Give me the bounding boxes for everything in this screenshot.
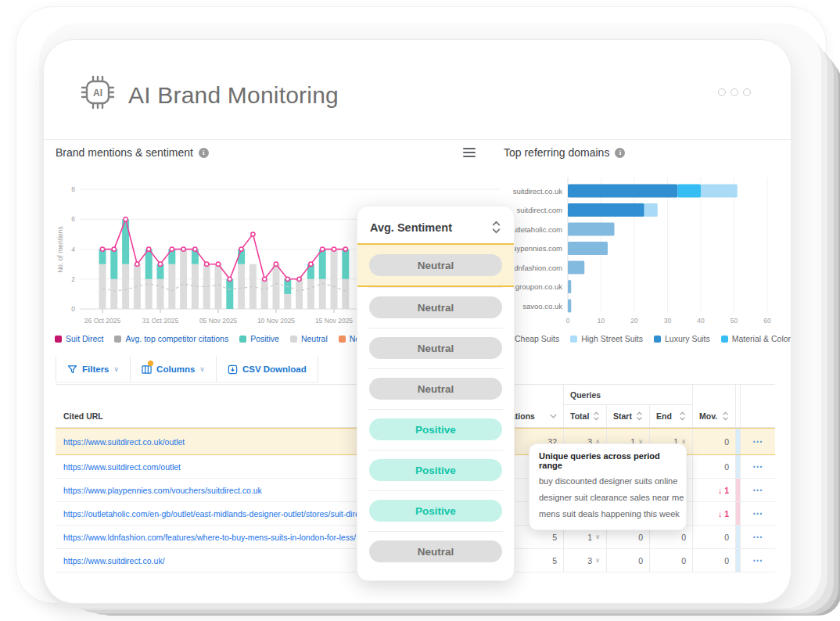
svg-text:0: 0	[566, 317, 570, 325]
page-title: AI Brand Monitoring	[128, 82, 339, 109]
hamburger-menu-icon[interactable]	[463, 148, 476, 157]
svg-text:2: 2	[71, 275, 75, 283]
mov-cell: 0	[693, 455, 736, 478]
legend-item[interactable]: Luxury Suits	[654, 334, 710, 343]
svg-text:8: 8	[71, 185, 75, 193]
svg-text:6: 6	[71, 215, 75, 223]
columns-button[interactable]: Columns∨	[131, 357, 217, 382]
column-header-end[interactable]: End	[650, 405, 693, 427]
svg-text:10: 10	[598, 317, 605, 325]
cited-url-link[interactable]: https://outletaholic.com/en-gb/outlet/ea…	[63, 509, 389, 519]
domains-chart[interactable]: 0102030405060suitdirect.co.uksuitdirect.…	[501, 171, 791, 332]
tooltip-title: Unique queries across period range	[539, 451, 677, 470]
cited-url-link[interactable]: https://www.ldnfashion.com/features/wher…	[63, 533, 356, 542]
legend-item[interactable]: High Street Suits	[570, 334, 643, 343]
sentiment-pill: Neutral	[369, 540, 502, 562]
sentiment-pill: Neutral	[369, 378, 502, 400]
queries-tooltip: Unique queries across period range buy d…	[529, 443, 687, 530]
info-icon[interactable]: i	[615, 148, 625, 158]
tooltip-query: designer suit clearance sales near me	[539, 490, 677, 506]
main-card: AI AI Brand Monitoring Brand mentions & …	[43, 39, 792, 604]
row-actions-button[interactable]: ⋯	[741, 455, 775, 478]
sentiment-row[interactable]: Neutral	[357, 531, 514, 572]
sentiment-pill: Positive	[369, 418, 502, 440]
overflow-menu-dots[interactable]	[718, 88, 751, 96]
svg-text:26 Oct 2025: 26 Oct 2025	[84, 317, 121, 325]
sentiment-pill: Positive	[369, 500, 502, 522]
column-header-mov[interactable]: Mov.	[693, 405, 736, 427]
header-divider	[44, 139, 791, 140]
queries-group-header: Queries	[564, 385, 693, 405]
filters-button[interactable]: Filters∨	[56, 357, 131, 382]
legend-item[interactable]: Suit Direct	[55, 334, 103, 343]
mov-cell: 0	[693, 429, 736, 454]
row-actions-button[interactable]: ⋯	[741, 479, 775, 501]
unfold-sort-icon[interactable]	[491, 221, 501, 234]
cited-url-link[interactable]: https://www.playpennies.com/vouchers/sui…	[63, 486, 262, 495]
start-cell[interactable]: 0	[607, 549, 650, 572]
info-icon[interactable]: i	[199, 148, 209, 158]
sentiment-row[interactable]: Neutral	[357, 243, 514, 287]
svg-text:groupon.co.uk: groupon.co.uk	[515, 282, 562, 291]
chevron-down-icon: ∨	[199, 365, 205, 373]
row-actions-button[interactable]: ⋯	[741, 526, 775, 548]
end-cell[interactable]: 0	[650, 549, 693, 572]
legend-item[interactable]: Positive	[239, 334, 279, 343]
sentiment-row[interactable]: Neutral	[357, 328, 514, 368]
svg-text:30: 30	[664, 317, 672, 325]
avg-sentiment-column-popup[interactable]: Avg. Sentiment Neutral Neutral Neutral N…	[357, 206, 515, 581]
column-header-start[interactable]: Start	[607, 405, 650, 427]
svg-text:40: 40	[697, 317, 705, 325]
popup-title: Avg. Sentiment	[370, 221, 452, 234]
sentiment-pill: Positive	[369, 459, 502, 481]
sort-chevron-icon	[550, 414, 557, 418]
svg-text:ldnfashion.com: ldnfashion.com	[512, 264, 562, 272]
svg-text:0: 0	[71, 305, 75, 313]
svg-text:15 Nov 2025: 15 Nov 2025	[315, 317, 353, 325]
chevron-down-icon: ∨	[114, 365, 120, 373]
table-toolbar: Filters∨ Columns∨ CSV Download	[56, 357, 318, 382]
columns-badge-dot	[148, 361, 153, 366]
column-header-total[interactable]: Total	[564, 405, 607, 427]
row-actions-button[interactable]: ⋯	[741, 502, 775, 525]
svg-text:savoo.co.uk: savoo.co.uk	[522, 302, 562, 310]
domains-section-title: Top referring domains i	[504, 146, 625, 159]
domains-legend: Cheap Suits High Street Suits Luxury Sui…	[504, 334, 791, 343]
sentiment-row[interactable]: Neutral	[357, 287, 514, 328]
svg-text:playpennies.com: playpennies.com	[507, 244, 562, 253]
ai-chip-icon: AI	[80, 74, 116, 110]
tooltip-query: mens suit deals happening this week	[539, 506, 677, 522]
csv-download-button[interactable]: CSV Download	[217, 357, 318, 382]
sentiment-row[interactable]: Neutral	[357, 368, 514, 409]
svg-text:10 Nov 2025: 10 Nov 2025	[257, 317, 295, 325]
sentiment-row[interactable]: Positive	[357, 409, 514, 450]
svg-text:suitdirect.co.uk: suitdirect.co.uk	[513, 187, 563, 196]
mentions-legend: Suit Direct Avg. top competitor citation…	[55, 334, 382, 343]
svg-text:4: 4	[71, 246, 75, 253]
total-cell[interactable]: 3∨	[564, 549, 607, 572]
legend-item[interactable]: Material & Color	[721, 334, 791, 343]
svg-text:AI: AI	[93, 88, 102, 99]
sentiment-row[interactable]: Positive	[357, 490, 514, 531]
svg-text:31 Oct 2025: 31 Oct 2025	[142, 317, 179, 325]
mov-cell: ↓ 1	[693, 502, 736, 525]
legend-item[interactable]: Neutral	[290, 334, 328, 343]
mentions-section-title: Brand mentions & sentiment i	[56, 146, 209, 159]
sentiment-pill: Neutral	[369, 296, 502, 318]
unfold-sort-icon	[722, 411, 729, 421]
sentiment-row[interactable]: Positive	[357, 450, 514, 490]
filter-funnel-icon	[67, 364, 77, 375]
sentiment-pill: Neutral	[369, 254, 502, 276]
svg-text:suitdirect.com: suitdirect.com	[516, 206, 562, 214]
row-actions-button[interactable]: ⋯	[741, 429, 775, 454]
unfold-sort-icon	[593, 411, 600, 421]
svg-text:50: 50	[731, 317, 738, 325]
cited-url-link[interactable]: https://www.suitdirect.co.uk/outlet	[63, 437, 185, 447]
unfold-sort-icon	[679, 411, 686, 421]
row-actions-button[interactable]: ⋯	[741, 549, 775, 572]
download-icon	[228, 364, 238, 375]
cited-url-link[interactable]: https://www.suitdirect.co.uk/	[63, 556, 165, 565]
legend-item[interactable]: Avg. top competitor citations	[114, 334, 228, 343]
cited-url-link[interactable]: https://www.suitdirect.com/outlet	[63, 462, 181, 472]
svg-text:20: 20	[630, 317, 638, 325]
